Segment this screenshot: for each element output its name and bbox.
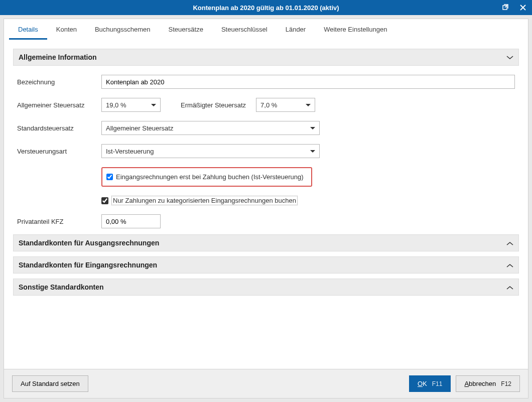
footer: Auf Standard setzen OKF11 AbbrechenF12: [4, 369, 528, 398]
tab-steuersaetze[interactable]: Steuersätze: [160, 19, 212, 40]
cancel-rest: bbrechen: [469, 380, 496, 387]
section-title-ausgang: Standardkonten für Ausgangsrechnungen: [19, 239, 159, 247]
tab-buchungsschemen[interactable]: Buchungsschemen: [86, 19, 160, 40]
popout-icon: [501, 4, 508, 11]
dropdown-erm-steuersatz[interactable]: 7,0 %: [256, 98, 315, 112]
section-title-sonstige: Sonstige Standardkonten: [19, 283, 104, 291]
label-privatanteil: Privatanteil KFZ: [17, 218, 101, 225]
caret-down-icon: [310, 127, 315, 129]
checkbox-label-1: Eingangsrechnungen erst bei Zahlung buch…: [116, 173, 304, 181]
popout-button[interactable]: [496, 0, 514, 15]
label-bezeichnung: Bezeichnung: [17, 78, 101, 86]
dropdown-std-steuersatz[interactable]: Allgemeiner Steuersatz: [101, 121, 320, 135]
tab-konten[interactable]: Konten: [47, 19, 86, 40]
checkbox-label-2: Nur Zahlungen zu kategorisierten Eingang…: [111, 196, 298, 205]
dropdown-vers-value: Ist-Versteuerung: [106, 148, 154, 155]
label-std-steuersatz: Standardsteuersatz: [17, 124, 101, 132]
ok-shortcut: F11: [432, 380, 443, 387]
section-header-ausgang[interactable]: Standardkonten für Ausgangsrechnungen: [13, 234, 519, 251]
chevron-down-icon: [503, 54, 513, 61]
dropdown-erm-value: 7,0 %: [260, 101, 277, 109]
main-panel: Details Konten Buchungsschemen Steuersät…: [4, 19, 528, 398]
ok-rest: K: [423, 380, 427, 387]
section-header-general[interactable]: Allgemeine Information: [13, 49, 519, 66]
tab-details[interactable]: Details: [9, 19, 47, 40]
row-privatanteil: Privatanteil KFZ: [17, 214, 515, 228]
dropdown-versteuerungsart[interactable]: Ist-Versteuerung: [101, 144, 320, 158]
checkbox-nur-zahlungen[interactable]: [101, 197, 108, 204]
input-privatanteil[interactable]: [101, 214, 161, 228]
tab-laender[interactable]: Länder: [277, 19, 315, 40]
window-title: Kontenplan ab 2020 gültig ab 01.01.2020 …: [193, 4, 339, 12]
row-checkbox2: Nur Zahlungen zu kategorisierten Eingang…: [101, 196, 515, 205]
caret-down-icon: [310, 150, 315, 153]
cancel-button[interactable]: AbbrechenF12: [456, 375, 520, 392]
dropdown-allg-steuersatz[interactable]: 19,0 %: [101, 98, 161, 112]
row-bezeichnung: Bezeichnung: [17, 75, 515, 89]
chevron-up-icon: [503, 239, 513, 247]
tab-bar: Details Konten Buchungsschemen Steuersät…: [4, 19, 528, 40]
titlebar: Kontenplan ab 2020 gültig ab 01.01.2020 …: [0, 0, 532, 15]
label-versteuerungsart: Versteuerungsart: [17, 148, 101, 155]
caret-down-icon: [306, 104, 311, 106]
chevron-up-icon: [503, 284, 513, 291]
row-versteuerungsart: Versteuerungsart Ist-Versteuerung: [17, 144, 515, 158]
label-allg-steuersatz: Allgemeiner Steuersatz: [17, 101, 101, 109]
row-steuersatz: Allgemeiner Steuersatz 19,0 % Ermäßigter…: [17, 98, 515, 112]
checkbox-ist-versteuerung[interactable]: [106, 174, 113, 180]
tab-steuerschluessel[interactable]: Steuerschlüssel: [212, 19, 277, 40]
cancel-shortcut: F12: [501, 380, 511, 387]
titlebar-buttons: [496, 0, 532, 15]
tab-weitere[interactable]: Weitere Einstellungen: [315, 19, 396, 40]
section-body-general: Bezeichnung Allgemeiner Steuersatz 19,0 …: [13, 73, 519, 234]
ok-mnemonic: O: [418, 380, 423, 387]
row-stdsteuersatz: Standardsteuersatz Allgemeiner Steuersat…: [17, 121, 515, 135]
dropdown-std-value: Allgemeiner Steuersatz: [106, 124, 173, 132]
section-header-sonstige[interactable]: Sonstige Standardkonten: [13, 279, 519, 296]
section-header-eingang[interactable]: Standardkonten für Eingangsrechnungen: [13, 256, 519, 274]
cancel-mnemonic: A: [464, 380, 469, 387]
section-title-general: Allgemeine Information: [19, 53, 97, 61]
chevron-up-icon: [503, 261, 513, 269]
close-icon: [520, 5, 526, 11]
caret-down-icon: [151, 104, 156, 106]
dropdown-allg-value: 19,0 %: [106, 101, 126, 109]
row-checkbox1: Eingangsrechnungen erst bei Zahlung buch…: [17, 167, 515, 187]
label-erm-steuersatz: Ermäßigter Steuersatz: [181, 101, 246, 109]
content-area: Allgemeine Information Bezeichnung Allge…: [4, 40, 528, 369]
reset-button[interactable]: Auf Standard setzen: [12, 375, 88, 392]
input-bezeichnung[interactable]: [101, 75, 515, 89]
ok-button[interactable]: OKF11: [409, 375, 451, 392]
close-button[interactable]: [514, 0, 532, 15]
highlighted-checkbox-group: Eingangsrechnungen erst bei Zahlung buch…: [101, 167, 312, 187]
section-title-eingang: Standardkonten für Eingangsrechnungen: [19, 261, 157, 269]
